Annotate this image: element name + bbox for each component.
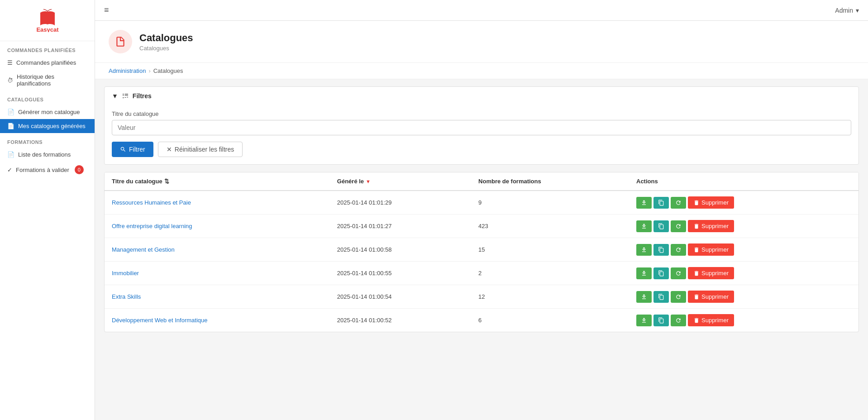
- refresh-icon: [675, 200, 682, 206]
- filter-label: Titre du catalogue: [112, 110, 851, 117]
- download-button[interactable]: [636, 291, 652, 303]
- refresh-button[interactable]: [671, 267, 686, 279]
- table-row: Offre entreprise digital learning 2025-0…: [105, 215, 858, 238]
- filter-catalogue-input[interactable]: [112, 120, 851, 135]
- delete-button[interactable]: Supprimer: [688, 314, 734, 326]
- copy-button[interactable]: [653, 267, 669, 279]
- copy-button[interactable]: [653, 220, 669, 232]
- th-nb-formations: Nombre de formations: [471, 172, 629, 191]
- th-titre: Titre du catalogue ⇅: [105, 172, 330, 191]
- filter-button[interactable]: Filtrer: [112, 142, 153, 157]
- cell-actions: Supprimer: [629, 215, 858, 238]
- delete-button[interactable]: Supprimer: [688, 220, 734, 232]
- filter-header[interactable]: ▼ Filtres: [105, 87, 858, 105]
- table-row: Développement Web et Informatique 2025-0…: [105, 309, 858, 332]
- table-row: Immobilier 2025-01-14 01:00:55 2: [105, 262, 858, 285]
- th-actions: Actions: [629, 172, 858, 191]
- sort-date-icon[interactable]: ▼: [366, 179, 371, 184]
- th-genere-le: Généré le ▼: [330, 172, 471, 191]
- sidebar-item-generer-catalogue[interactable]: 📄 Générer mon catalogue: [0, 105, 95, 119]
- catalogue-title-link[interactable]: Ressources Humaines et Paie: [112, 199, 191, 206]
- catalogues-table: Titre du catalogue ⇅ Généré le ▼ Nombre …: [105, 172, 858, 332]
- download-button[interactable]: [636, 267, 652, 279]
- cell-nb-formations: 423: [471, 215, 629, 238]
- catalogue-title-link[interactable]: Immobilier: [112, 270, 139, 277]
- sidebar-item-mes-catalogues[interactable]: 📄 Mes catalogues générées: [0, 119, 95, 133]
- table-row: Management et Gestion 2025-01-14 01:00:5…: [105, 238, 858, 262]
- breadcrumb-current: Catalogues: [153, 67, 183, 74]
- table-row: Extra Skills 2025-01-14 01:00:54 12: [105, 285, 858, 309]
- cell-actions: Supprimer: [629, 238, 858, 262]
- breadcrumb-admin[interactable]: Administration: [109, 67, 146, 74]
- catalogue-title-link[interactable]: Extra Skills: [112, 293, 141, 300]
- copy-button[interactable]: [653, 291, 669, 303]
- refresh-icon: [675, 270, 682, 277]
- table-header-row: Titre du catalogue ⇅ Généré le ▼ Nombre …: [105, 172, 858, 191]
- cell-nb-formations: 9: [471, 191, 629, 215]
- sidebar: Easycat COMMANDES PLANIFIÉES ☰ Commandes…: [0, 0, 95, 420]
- formations-badge: 0: [75, 165, 84, 174]
- trash-icon: [693, 317, 700, 324]
- user-menu[interactable]: Admin ▾: [835, 7, 859, 14]
- page-subtitle: Catalogues: [139, 45, 193, 52]
- copy-icon: [658, 270, 664, 277]
- trash-icon: [693, 294, 700, 300]
- refresh-button[interactable]: [671, 291, 686, 303]
- catalogue-title-link[interactable]: Offre entreprise digital learning: [112, 223, 192, 229]
- filter-icon: [122, 92, 129, 100]
- close-icon: ✕: [167, 146, 172, 153]
- cell-titre: Développement Web et Informatique: [105, 309, 330, 332]
- logo: Easycat: [0, 0, 95, 41]
- breadcrumb-separator: ›: [148, 67, 150, 74]
- cell-nb-formations: 2: [471, 262, 629, 285]
- easycat-logo: Easycat: [29, 7, 66, 32]
- user-label: Admin: [835, 7, 853, 14]
- page-title: Catalogues: [139, 32, 193, 44]
- filter-buttons: Filtrer ✕ Réinitialiser les filtres: [112, 142, 851, 157]
- delete-label: Supprimer: [701, 317, 729, 324]
- cell-nb-formations: 6: [471, 309, 629, 332]
- topbar: ≡ Admin ▾: [95, 0, 868, 21]
- search-icon: [120, 146, 126, 153]
- sidebar-item-historique[interactable]: ⏱ Historique des planifications: [0, 70, 95, 91]
- sort-titre-icon[interactable]: ⇅: [164, 178, 169, 185]
- page-header-text: Catalogues Catalogues: [139, 32, 193, 52]
- page-header-icon: [109, 30, 132, 53]
- delete-label: Supprimer: [701, 270, 729, 277]
- table-section: Titre du catalogue ⇅ Généré le ▼ Nombre …: [104, 172, 859, 332]
- cell-nb-formations: 15: [471, 238, 629, 262]
- trash-icon: [693, 223, 700, 229]
- refresh-button[interactable]: [671, 244, 686, 256]
- download-icon: [641, 317, 647, 324]
- copy-button[interactable]: [653, 197, 669, 209]
- delete-button[interactable]: Supprimer: [688, 243, 734, 256]
- filter-body: Titre du catalogue Filtrer ✕ Réinitialis…: [105, 105, 858, 164]
- list-file-icon: 📄: [7, 151, 14, 158]
- filter-title: Filtres: [133, 92, 152, 100]
- catalogue-title-link[interactable]: Développement Web et Informatique: [112, 317, 208, 324]
- trash-icon: [693, 247, 700, 253]
- copy-button[interactable]: [653, 244, 669, 256]
- delete-button[interactable]: Supprimer: [688, 267, 734, 279]
- refresh-button[interactable]: [671, 220, 686, 232]
- sidebar-item-liste-formations[interactable]: 📄 Liste des formations: [0, 148, 95, 162]
- download-button[interactable]: [636, 244, 652, 256]
- breadcrumb: Administration › Catalogues: [95, 63, 868, 79]
- sidebar-item-commandes-planifiees[interactable]: ☰ Commandes planifiées: [0, 56, 95, 70]
- copy-icon: [658, 294, 664, 300]
- cell-actions: Supprimer: [629, 309, 858, 332]
- copy-button[interactable]: [653, 315, 669, 326]
- trash-icon: [693, 270, 700, 277]
- cell-titre: Ressources Humaines et Paie: [105, 191, 330, 215]
- hamburger-button[interactable]: ≡: [104, 5, 109, 15]
- refresh-button[interactable]: [671, 315, 686, 326]
- reset-filter-button[interactable]: ✕ Réinitialiser les filtres: [158, 142, 243, 157]
- catalogue-title-link[interactable]: Management et Gestion: [112, 246, 175, 253]
- refresh-button[interactable]: [671, 197, 686, 209]
- sidebar-item-formations-valider[interactable]: ✓ Formations à valider 0: [0, 162, 95, 178]
- delete-button[interactable]: Supprimer: [688, 196, 734, 209]
- download-button[interactable]: [636, 197, 652, 209]
- delete-button[interactable]: Supprimer: [688, 291, 734, 303]
- download-button[interactable]: [636, 220, 652, 232]
- download-button[interactable]: [636, 315, 652, 326]
